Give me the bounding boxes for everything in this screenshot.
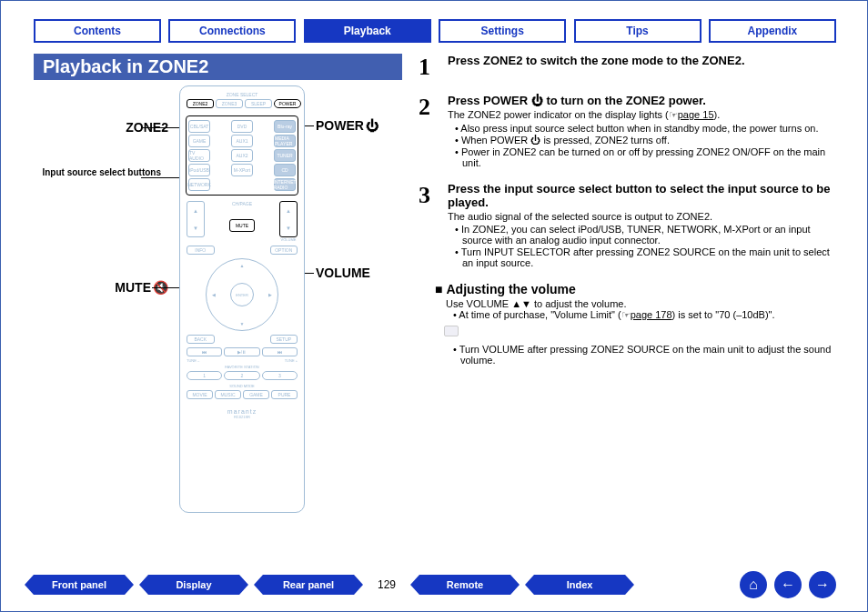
tune-plus: TUNE +: [285, 358, 298, 363]
footer-remote[interactable]: Remote: [419, 575, 510, 595]
src-media: MEDIA PLAYER: [274, 135, 296, 147]
fav-station-label: FAVORITE STATION: [186, 365, 298, 369]
step-text: The audio signal of the selected source …: [448, 211, 836, 222]
src-tuner: TUNER: [274, 149, 296, 162]
back-btn: BACK: [187, 335, 215, 344]
next-page-button[interactable]: →: [809, 571, 836, 598]
note-text: • Turn VOLUME after pressing ZONE2 SOURC…: [453, 344, 836, 366]
up-down-icon: ▲▼: [511, 298, 531, 309]
bullet: • Turn INPUT SELECTOR after pressing ZON…: [455, 246, 836, 268]
label-mute: MUTE 🔇: [41, 280, 168, 295]
tab-settings[interactable]: Settings: [439, 19, 566, 43]
nav-pad: ▲ ▼ ◀ ▶ ENTER: [206, 258, 278, 331]
power-icon: ⏻: [366, 118, 378, 133]
sm-pure: PURE: [271, 390, 298, 399]
footer-rear-panel[interactable]: Rear panel: [263, 575, 354, 595]
remote-power-btn: POWER: [274, 99, 301, 108]
tune-minus: TUNE –: [187, 358, 199, 363]
remote-mute-btn: MUTE: [229, 219, 255, 232]
sound-mode-label: SOUND MODE: [186, 384, 298, 388]
step-title: Press the input source select button to …: [448, 182, 836, 209]
footer-display[interactable]: Display: [148, 575, 239, 595]
enter-btn: ENTER: [236, 293, 248, 297]
brand-label: marantz: [186, 408, 298, 415]
tab-appendix[interactable]: Appendix: [709, 19, 836, 43]
sm-music: MUSIC: [215, 390, 241, 399]
prev-btn: ⏮: [187, 347, 222, 356]
bullet: • At time of purchase, "Volume Limit" (☞…: [453, 309, 836, 321]
bullet: • In ZONE2, you can select iPod/USB, TUN…: [455, 224, 836, 246]
volume-label: VOLUME: [279, 237, 298, 242]
src-dvd: DVD: [231, 120, 253, 133]
sm-game: GAME: [243, 390, 269, 399]
tab-tips[interactable]: Tips: [574, 19, 701, 43]
home-icon: ⌂: [749, 577, 758, 593]
src-aux1: AUX1: [231, 135, 253, 147]
fav-2: 2: [224, 371, 259, 380]
model-label: RC021SR: [186, 415, 298, 419]
play-pause-btn: ▶/⏸: [224, 347, 259, 356]
adjust-text: Use VOLUME ▲▼ to adjust the volume.: [446, 298, 836, 309]
option-btn: OPTION: [270, 246, 298, 255]
page-link-178[interactable]: page 178: [631, 309, 672, 320]
bullet: • Also press input source select button …: [455, 123, 836, 134]
arrow-left-icon: ←: [781, 577, 795, 593]
note-icon: [444, 326, 459, 336]
step-text: The ZONE2 power indicator on the display…: [448, 109, 836, 121]
src-network: NETWORK: [188, 178, 210, 191]
power-icon: ⏻: [531, 94, 543, 107]
step-1: 1 Press ZONE2 to switch the zone mode to…: [419, 54, 836, 81]
next-btn: ⏭: [262, 347, 298, 356]
src-mxport: M-XPort: [231, 164, 253, 176]
tab-connections[interactable]: Connections: [168, 19, 296, 43]
src-cbl: CBL/SAT: [188, 120, 210, 133]
sm-movie: MOVIE: [187, 390, 213, 399]
volume-rocker: ▲▼: [279, 201, 298, 237]
footer-index[interactable]: Index: [534, 575, 625, 595]
remote-zone2-btn: ZONE2: [187, 99, 214, 108]
remote-sleep-btn: SLEEP: [245, 99, 272, 108]
footer-nav: Front panel Display Rear panel 129 Remot…: [34, 571, 836, 598]
setup-btn: SETUP: [270, 335, 298, 344]
arrow-right-icon: →: [815, 577, 830, 593]
tab-playback[interactable]: Playback: [304, 19, 431, 43]
footer-front-panel[interactable]: Front panel: [34, 575, 125, 595]
remote-figure: ZONE2 Input source select buttons MUTE 🔇…: [34, 89, 402, 535]
label-volume: VOLUME: [316, 266, 370, 280]
home-button[interactable]: ⌂: [740, 571, 767, 598]
subsection-heading: ■Adjusting the volume: [435, 282, 836, 296]
src-bluray: Blu-ray: [274, 120, 296, 133]
info-btn: INFO: [187, 246, 215, 255]
step-number: 3: [419, 182, 439, 269]
step-title: Press ZONE2 to switch the zone mode to t…: [448, 54, 836, 67]
src-internet: INTERNET RADIO: [274, 178, 296, 191]
src-ipod: iPod/USB: [188, 164, 210, 176]
step-2: 2 Press POWER ⏻ to turn on the ZONE2 pow…: [419, 94, 836, 169]
src-tv: TV AUDIO: [188, 149, 210, 162]
src-aux2: AUX2: [231, 149, 253, 162]
section-heading: Playback in ZONE2: [34, 54, 402, 80]
tab-contents[interactable]: Contents: [34, 19, 161, 43]
top-tabs: Contents Connections Playback Settings T…: [34, 19, 836, 43]
src-game: GAME: [188, 135, 210, 147]
step-number: 1: [419, 54, 439, 81]
label-power: POWER ⏻: [316, 118, 378, 133]
step-number: 2: [419, 94, 439, 169]
bullet: • When POWER ⏻ is pressed, ZONE2 turns o…: [455, 135, 836, 145]
remote-zone3-btn: ZONE3: [216, 99, 243, 108]
bullet: • Power in ZONE2 can be turned on or off…: [455, 146, 836, 168]
step-title: Press POWER ⏻ to turn on the ZONE2 power…: [448, 94, 836, 107]
ch-page-rocker: ▲▼: [187, 201, 205, 237]
fav-1: 1: [187, 371, 222, 380]
page-number: 129: [378, 578, 396, 591]
remote-control: ZONE SELECT ZONE2 ZONE3 SLEEP POWER CBL/…: [179, 85, 305, 513]
step-3: 3 Press the input source select button t…: [419, 182, 836, 269]
label-input-source: Input source select buttons: [34, 167, 161, 177]
square-bullet-icon: ■: [435, 282, 442, 296]
page-link-15[interactable]: page 15: [678, 109, 714, 120]
fav-3: 3: [262, 371, 298, 380]
prev-page-button[interactable]: ←: [774, 571, 802, 598]
power-icon: ⏻: [530, 135, 540, 145]
src-cd: CD: [274, 164, 296, 176]
zone-select-label: ZONE SELECT: [186, 92, 298, 97]
